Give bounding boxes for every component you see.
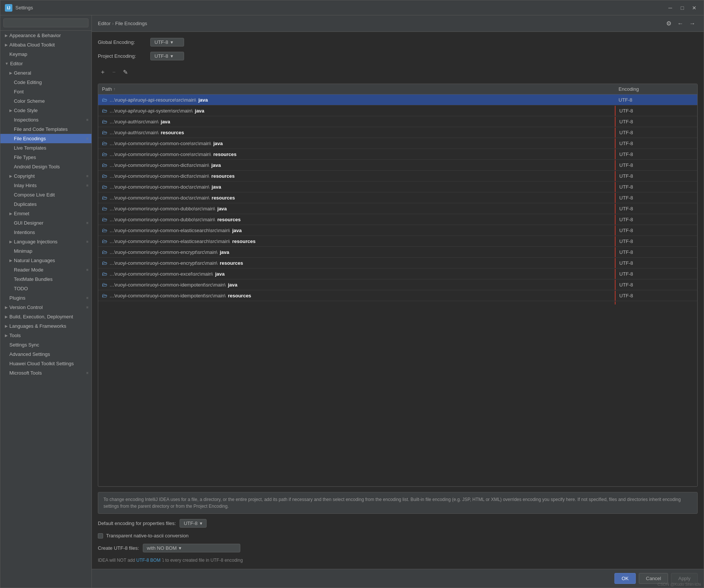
table-row[interactable]: 🗁…\ruoyi-common\ruoyi-common-elasticsear… bbox=[98, 225, 697, 236]
path-bold: java bbox=[215, 271, 225, 277]
sidebar-item-version-control[interactable]: ▶Version Control≡ bbox=[0, 303, 91, 312]
sidebar-item-languages-frameworks[interactable]: ▶Languages & Frameworks bbox=[0, 321, 91, 331]
sidebar-item-copyright[interactable]: ▶Copyright≡ bbox=[0, 171, 91, 181]
sidebar-item-inlay-hints[interactable]: Inlay Hints≡ bbox=[0, 181, 91, 190]
minimize-button[interactable]: ─ bbox=[665, 3, 675, 13]
sidebar-item-color-scheme[interactable]: Color Scheme bbox=[0, 96, 91, 106]
sidebar-item-plugins[interactable]: Plugins≡ bbox=[0, 293, 91, 303]
sidebar-item-inspections[interactable]: Inspections≡ bbox=[0, 115, 91, 124]
table-cell-path: 🗁…\ruoyi-common\ruoyi-common-job\src\mai… bbox=[98, 301, 615, 304]
table-row[interactable]: 🗁…\ruoyi-auth\src\main\javaUTF-8 bbox=[98, 116, 697, 127]
settings-gear-button[interactable]: ⚙ bbox=[664, 19, 674, 28]
remove-path-button[interactable]: － bbox=[109, 67, 119, 77]
table-row[interactable]: 🗁…\ruoyi-common\ruoyi-common-doc\src\mai… bbox=[98, 192, 697, 203]
transparent-label: Transparent native-to-ascii conversion bbox=[106, 533, 189, 538]
settings-window: IJ Settings ─ □ ✕ ▶Appearance & Behavior… bbox=[0, 0, 704, 588]
nav-forward-button[interactable]: → bbox=[687, 19, 698, 28]
search-input[interactable] bbox=[3, 18, 88, 27]
path-normal: …\ruoyi-common\ruoyi-common-idempotent\s… bbox=[109, 282, 226, 288]
folder-icon: 🗁 bbox=[102, 292, 107, 298]
sidebar-item-live-templates[interactable]: Live Templates bbox=[0, 143, 91, 153]
sidebar-item-gui-designer[interactable]: GUI Designer≡ bbox=[0, 218, 91, 228]
nav-back-button[interactable]: ← bbox=[675, 19, 686, 28]
sidebar-label-file-encodings: File Encodings bbox=[14, 136, 46, 141]
sidebar-item-file-code-templates[interactable]: File and Code Templates bbox=[0, 124, 91, 134]
sidebar-item-file-encodings[interactable]: File Encodings≡ bbox=[0, 134, 91, 143]
global-encoding-dropdown[interactable]: UTF-8 ▾ bbox=[150, 38, 184, 46]
sidebar-item-settings-sync[interactable]: Settings Sync bbox=[0, 340, 91, 350]
table-row[interactable]: 🗁…\ruoyi-common\ruoyi-common-core\src\ma… bbox=[98, 138, 697, 149]
folder-icon: 🗁 bbox=[102, 108, 107, 114]
sidebar-item-editor[interactable]: ▼Editor bbox=[0, 59, 91, 68]
sidebar-label-color-scheme: Color Scheme bbox=[14, 98, 45, 104]
sidebar-indicator-reader-mode: ≡ bbox=[86, 268, 88, 272]
global-encoding-row: Global Encoding: UTF-8 ▾ bbox=[98, 38, 698, 46]
path-column-header[interactable]: Path ↑ bbox=[98, 84, 615, 94]
sidebar-arrow-icon-natural-languages: ▶ bbox=[9, 258, 12, 262]
maximize-button[interactable]: □ bbox=[677, 3, 687, 13]
table-row[interactable]: 🗁…\ruoyi-common\ruoyi-common-encrypt\src… bbox=[98, 247, 697, 258]
sidebar-item-advanced-settings[interactable]: Advanced Settings bbox=[0, 350, 91, 359]
sidebar-item-huawei-toolkit[interactable]: Huawei Cloud Toolkit Settings bbox=[0, 359, 91, 368]
table-row[interactable]: 🗁…\ruoyi-common\ruoyi-common-excel\src\m… bbox=[98, 268, 697, 279]
sidebar-item-microsoft-tools[interactable]: Microsoft Tools≡ bbox=[0, 368, 91, 378]
transparent-checkbox[interactable] bbox=[98, 533, 103, 538]
sidebar-item-file-types[interactable]: File Types bbox=[0, 153, 91, 162]
sidebar-item-keymap[interactable]: Keymap bbox=[0, 50, 91, 59]
sidebar-item-general[interactable]: ▶General bbox=[0, 68, 91, 78]
table-row[interactable]: 🗁…\ruoyi-api\ruoyi-api-system\src\main\j… bbox=[98, 105, 697, 116]
sidebar-item-language-injections[interactable]: ▶Language Injections≡ bbox=[0, 237, 91, 246]
sidebar-item-compose-live-edit[interactable]: Compose Live Edit bbox=[0, 190, 91, 200]
create-utf8-dropdown[interactable]: with NO BOM ▾ bbox=[143, 544, 240, 552]
sidebar-item-build-exec[interactable]: ▶Build, Execution, Deployment bbox=[0, 312, 91, 321]
table-row[interactable]: 🗁…\ruoyi-api\ruoyi-api-resource\src\main… bbox=[98, 94, 697, 105]
sidebar-item-appearance[interactable]: ▶Appearance & Behavior bbox=[0, 31, 91, 40]
sidebar-item-emmet[interactable]: ▶Emmet bbox=[0, 209, 91, 218]
sidebar-item-code-editing[interactable]: Code Editing bbox=[0, 78, 91, 87]
table-row[interactable]: 🗁…\ruoyi-auth\src\main\resourcesUTF-8 bbox=[98, 127, 697, 138]
folder-icon: 🗁 bbox=[102, 216, 107, 222]
sidebar-label-settings-sync: Settings Sync bbox=[9, 342, 39, 348]
table-cell-encoding: UTF-8 bbox=[615, 214, 697, 225]
path-bold: resources bbox=[232, 238, 255, 244]
table-row[interactable]: 🗁…\ruoyi-common\ruoyi-common-dict\src\ma… bbox=[98, 171, 697, 182]
project-encoding-row: Project Encoding: UTF-8 ▾ bbox=[98, 52, 698, 60]
default-encoding-dropdown[interactable]: UTF-8 ▾ bbox=[180, 519, 207, 528]
encoding-column-header[interactable]: Encoding bbox=[615, 84, 697, 94]
table-row[interactable]: 🗁…\ruoyi-common\ruoyi-common-dict\src\ma… bbox=[98, 160, 697, 171]
table-cell-path: 🗁…\ruoyi-common\ruoyi-common-dict\src\ma… bbox=[98, 160, 615, 170]
table-row[interactable]: 🗁…\ruoyi-common\ruoyi-common-encrypt\src… bbox=[98, 258, 697, 268]
table-cell-encoding: UTF-8 bbox=[615, 280, 697, 290]
table-row[interactable]: 🗁…\ruoyi-common\ruoyi-common-dubbo\src\m… bbox=[98, 214, 697, 225]
table-row[interactable]: 🗁…\ruoyi-common\ruoyi-common-elasticsear… bbox=[98, 236, 697, 247]
table-cell-path: 🗁…\ruoyi-common\ruoyi-common-doc\src\mai… bbox=[98, 192, 615, 203]
sidebar-label-inlay-hints: Inlay Hints bbox=[14, 183, 37, 188]
bom-note-arrow: ⤵ bbox=[162, 558, 165, 563]
sidebar-item-natural-languages[interactable]: ▶Natural Languages bbox=[0, 256, 91, 265]
sidebar-item-alibaba[interactable]: ▶Alibaba Cloud Toolkit bbox=[0, 40, 91, 50]
sidebar-item-todo[interactable]: TODO bbox=[0, 284, 91, 293]
table-row[interactable]: 🗁…\ruoyi-common\ruoyi-common-idempotent\… bbox=[98, 290, 697, 301]
sidebar-item-code-style[interactable]: ▶Code Style bbox=[0, 106, 91, 115]
app-icon-label: IJ bbox=[7, 6, 10, 10]
table-row[interactable]: 🗁…\ruoyi-common\ruoyi-common-core\src\ma… bbox=[98, 149, 697, 160]
sidebar-item-tools[interactable]: ▶Tools bbox=[0, 331, 91, 340]
table-row[interactable]: 🗁…\ruoyi-common\ruoyi-common-doc\src\mai… bbox=[98, 182, 697, 192]
sidebar-item-minimap[interactable]: Minimap bbox=[0, 246, 91, 256]
sidebar-item-font[interactable]: Font bbox=[0, 87, 91, 96]
sidebar-item-textmate-bundles[interactable]: TextMate Bundles bbox=[0, 274, 91, 284]
path-normal: …\ruoyi-common\ruoyi-common-core\src\mai… bbox=[109, 141, 211, 146]
edit-path-button[interactable]: ✎ bbox=[120, 67, 130, 77]
table-row[interactable]: 🗁…\ruoyi-common\ruoyi-common-dubbo\src\m… bbox=[98, 203, 697, 214]
close-button[interactable]: ✕ bbox=[689, 3, 699, 13]
sidebar-item-reader-mode[interactable]: Reader Mode≡ bbox=[0, 265, 91, 274]
add-path-button[interactable]: ＋ bbox=[98, 67, 108, 77]
sidebar-item-intentions[interactable]: Intentions bbox=[0, 228, 91, 237]
ok-button[interactable]: OK bbox=[614, 573, 636, 584]
sidebar-item-android-design[interactable]: Android Design Tools bbox=[0, 162, 91, 171]
sidebar-item-duplicates[interactable]: Duplicates bbox=[0, 200, 91, 209]
project-encoding-dropdown[interactable]: UTF-8 ▾ bbox=[150, 52, 184, 60]
table-row[interactable]: 🗁…\ruoyi-common\ruoyi-common-job\src\mai… bbox=[98, 301, 697, 304]
breadcrumb-parent: Editor bbox=[98, 21, 111, 26]
table-row[interactable]: 🗁…\ruoyi-common\ruoyi-common-idempotent\… bbox=[98, 279, 697, 290]
